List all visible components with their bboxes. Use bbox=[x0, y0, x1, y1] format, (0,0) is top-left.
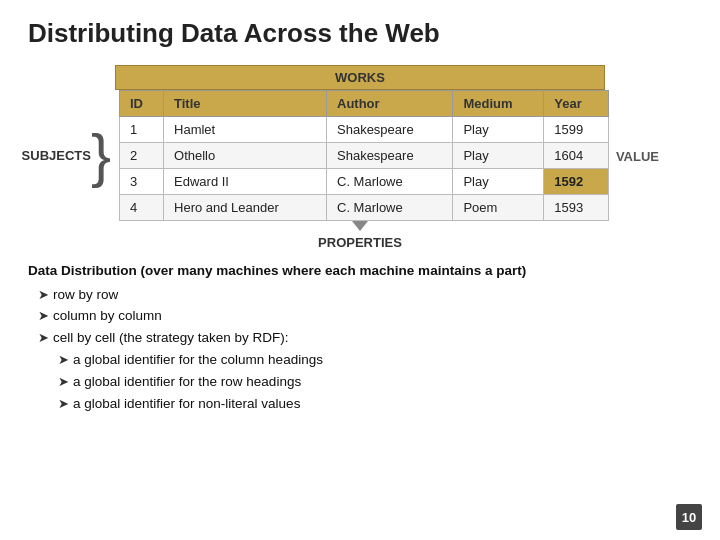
sub-bullet-symbol: ➤ bbox=[58, 350, 69, 371]
subjects-brace: } bbox=[91, 126, 111, 186]
table-cell-1-1: Othello bbox=[164, 143, 327, 169]
table-cell-1-2: Shakespeare bbox=[327, 143, 453, 169]
col-header-id: ID bbox=[120, 91, 164, 117]
table-cell-3-3: Poem bbox=[453, 195, 544, 221]
description-section: Data Distribution (over many machines wh… bbox=[28, 260, 692, 414]
bullet-text: column by column bbox=[53, 305, 162, 327]
properties-label: PROPERTIES bbox=[318, 235, 402, 250]
table-cell-0-4: 1599 bbox=[544, 117, 609, 143]
table-row: 2OthelloShakespearePlay1604 bbox=[120, 143, 609, 169]
value-label: VALUE bbox=[616, 148, 659, 163]
sub-bullet-text: a global identifier for non-literal valu… bbox=[73, 393, 300, 415]
works-properties-wrapper: WORKS SUBJECTS } ID Title Author Medium … bbox=[51, 65, 669, 250]
table-cell-3-4: 1593 bbox=[544, 195, 609, 221]
table-cell-1-4: 1604 bbox=[544, 143, 609, 169]
table-row-wrap: SUBJECTS } ID Title Author Medium Year bbox=[51, 90, 669, 221]
table-cell-2-4: 1592 bbox=[544, 169, 609, 195]
page-number: 10 bbox=[676, 504, 702, 530]
table-cell-3-2: C. Marlowe bbox=[327, 195, 453, 221]
sub-bullet-symbol: ➤ bbox=[58, 394, 69, 415]
bullet-symbol: ➤ bbox=[38, 328, 49, 349]
table-cell-1-3: Play bbox=[453, 143, 544, 169]
table-cell-2-0: 3 bbox=[120, 169, 164, 195]
data-table: ID Title Author Medium Year 1HamletShake… bbox=[119, 90, 609, 221]
table-cell-2-2: C. Marlowe bbox=[327, 169, 453, 195]
table-row: 4Hero and LeanderC. MarlowePoem1593 bbox=[120, 195, 609, 221]
bullet-item: ➤cell by cell (the strategy taken by RDF… bbox=[38, 327, 692, 349]
table-row: 3Edward IIC. MarlowePlay1592 bbox=[120, 169, 609, 195]
col-header-year: Year bbox=[544, 91, 609, 117]
table-cell-0-2: Shakespeare bbox=[327, 117, 453, 143]
arrow-properties: PROPERTIES bbox=[318, 221, 402, 250]
sub-bullet-text: a global identifier for the column headi… bbox=[73, 349, 323, 371]
value-label-container: VALUE bbox=[609, 90, 669, 221]
description-intro: Data Distribution (over many machines wh… bbox=[28, 260, 692, 282]
bullet-item: ➤column by column bbox=[38, 305, 692, 327]
bullet-symbol: ➤ bbox=[38, 285, 49, 306]
col-header-author: Author bbox=[327, 91, 453, 117]
table-cell-3-0: 4 bbox=[120, 195, 164, 221]
page-title: Distributing Data Across the Web bbox=[28, 18, 692, 49]
sub-bullet-item: ➤a global identifier for non-literal val… bbox=[58, 393, 692, 415]
sub-bullet-text: a global identifier for the row headings bbox=[73, 371, 301, 393]
works-label: WORKS bbox=[115, 65, 605, 90]
table-cell-2-3: Play bbox=[453, 169, 544, 195]
col-header-title: Title bbox=[164, 91, 327, 117]
table-cell-2-1: Edward II bbox=[164, 169, 327, 195]
bullets-container: ➤row by row➤column by column➤cell by cel… bbox=[28, 284, 692, 415]
table-row: 1HamletShakespearePlay1599 bbox=[120, 117, 609, 143]
bullet-text: row by row bbox=[53, 284, 118, 306]
bullet-symbol: ➤ bbox=[38, 306, 49, 327]
bullet-item: ➤row by row bbox=[38, 284, 692, 306]
table-cell-3-1: Hero and Leander bbox=[164, 195, 327, 221]
table-section: WORKS SUBJECTS } ID Title Author Medium … bbox=[28, 65, 692, 250]
sub-bullet-symbol: ➤ bbox=[58, 372, 69, 393]
col-header-medium: Medium bbox=[453, 91, 544, 117]
arrow-down-icon bbox=[352, 221, 368, 231]
bullet-text: cell by cell (the strategy taken by RDF)… bbox=[53, 327, 289, 349]
table-header-row: ID Title Author Medium Year bbox=[120, 91, 609, 117]
table-cell-1-0: 2 bbox=[120, 143, 164, 169]
table-cell-0-1: Hamlet bbox=[164, 117, 327, 143]
sub-bullet-item: ➤a global identifier for the column head… bbox=[58, 349, 692, 371]
table-cell-0-3: Play bbox=[453, 117, 544, 143]
subjects-label-cell: SUBJECTS } bbox=[51, 90, 119, 221]
page-container: Distributing Data Across the Web WORKS S… bbox=[0, 0, 720, 540]
subjects-label: SUBJECTS bbox=[22, 148, 91, 163]
table-cell-0-0: 1 bbox=[120, 117, 164, 143]
sub-bullet-item: ➤a global identifier for the row heading… bbox=[58, 371, 692, 393]
